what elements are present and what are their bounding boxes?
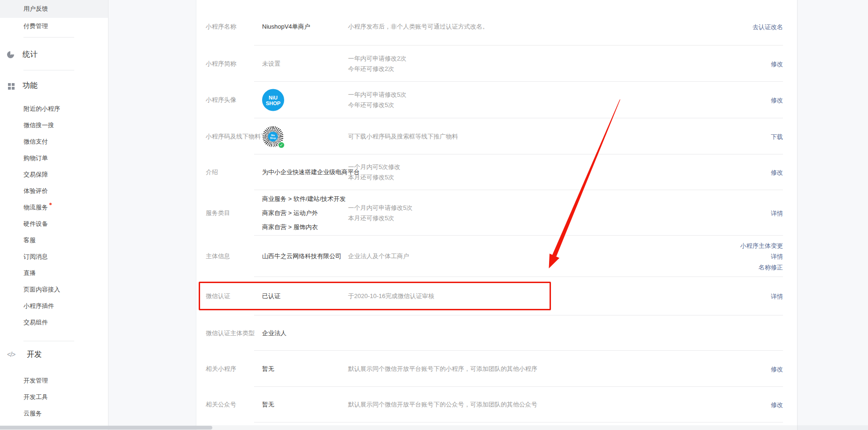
sidebar-section-label: 开发 [27,350,42,360]
avatar-text: NiU [269,94,278,100]
horizontal-scrollbar-thumb[interactable] [0,426,212,430]
settings-row-name: 小程序名称 NiushopV4单商户 小程序发布后，非个人类账号可通过认证方式改… [196,0,797,46]
modify-link[interactable]: 修改 [771,97,783,104]
sidebar-item-shopping-orders[interactable]: 购物订单 [0,150,108,166]
desc-line: 一个月内可5次修改 [348,162,400,172]
modify-link[interactable]: 修改 [771,401,783,408]
desc-line: 今年还可修改5次 [348,100,406,110]
sidebar-item-wechat-pay[interactable]: 微信支付 [0,133,108,150]
row-label: 主体信息 [206,252,230,261]
row-value: NiushopV4单商户 [262,23,310,31]
row-description: 默认展示同个微信开放平台账号下的小程序，可添加团队的其他小程序 [348,364,537,374]
notification-dot-icon [49,203,52,205]
row-value: 为中小企业快速搭建企业级电商平台 [262,168,360,177]
row-value: 商业服务 > 软件/建站/技术开发 商家自营 > 运动户外 商家自营 > 服饰内… [262,192,346,234]
row-description: 默认展示同个微信开放平台账号下的公众号，可添加团队的其他公众号 [348,399,537,410]
grid-icon [8,83,11,86]
sidebar-item-nearby-miniprogram[interactable]: 附近的小程序 [0,100,108,117]
avatar-text: SHOP [266,100,280,106]
settings-row-short-name: 小程序简称 未设置 一年内可申请修改2次 今年还可修改2次 修改 [196,46,797,82]
sidebar-item-miniprogram-plugin[interactable]: 小程序插件 [0,298,108,314]
row-label: 微信认证主体类型 [206,329,255,338]
row-description: 一年内可申请修改5次 今年还可修改5次 [348,90,406,110]
row-value: 山西牛之云网络科技有限公司 [262,252,341,261]
settings-row-qrcode: 小程序码及线下物料下载 Niu Shop ✓ 可下载小程序码及搜索框等线下推广物… [196,118,797,154]
code-icon: </> [7,351,18,358]
sidebar-item-subscribe-message[interactable]: 订阅消息 [0,248,108,265]
row-value: 暂无 [262,400,274,409]
miniprogram-code-image: Niu Shop ✓ [262,126,284,147]
sidebar-item-live[interactable]: 直播 [0,265,108,281]
row-label: 相关小程序 [206,365,236,373]
settings-row-wechat-verify: 微信认证 已认证 于2020-10-16完成微信认证审核 详情 [196,277,797,315]
desc-line: 默认展示同个微信开放平台账号下的小程序，可添加团队的其他小程序 [348,364,537,374]
sidebar-feature-list: 附近的小程序 微信搜一搜 微信支付 购物订单 交易保障 体验评价 物流服务 硬件… [0,100,108,330]
sidebar-item-trade-guarantee[interactable]: 交易保障 [0,166,108,183]
sidebar-item-dev-tools[interactable]: 开发工具 [0,389,108,405]
row-description: 一个月内可5次修改 本月还可修改5次 [348,162,400,183]
row-description: 企业法人及个体工商户 [348,251,409,261]
detail-link[interactable]: 详情 [771,293,783,300]
sidebar-item-paid-management[interactable]: 付费管理 [0,18,108,34]
miniprogram-avatar: NiU SHOP [262,89,284,111]
sidebar-item-trade-component[interactable]: 交易组件 [0,314,108,330]
sidebar-item-cloud-service[interactable]: 云服务 [0,405,108,422]
settings-row-verify-subject-type: 微信认证主体类型 企业法人 [196,315,797,351]
settings-row-service-category: 服务类目 商业服务 > 软件/建站/技术开发 商家自营 > 运动户外 商家自营 … [196,190,797,236]
modify-link[interactable]: 修改 [771,60,783,67]
sidebar-item-user-feedback[interactable]: 用户反馈 [0,0,108,18]
rename-by-verify-link[interactable]: 去认证改名 [752,23,783,30]
detail-link[interactable]: 详情 [771,209,783,216]
modify-link[interactable]: 修改 [771,169,783,176]
row-label: 小程序简称 [206,60,236,68]
modify-link[interactable]: 修改 [771,365,783,372]
sidebar-item-page-content-access[interactable]: 页面内容接入 [0,281,108,298]
settings-row-related-miniprograms: 相关小程序 暂无 默认展示同个微信开放平台账号下的小程序，可添加团队的其他小程序… [196,351,797,387]
settings-row-subject-info: 主体信息 山西牛之云网络科技有限公司 企业法人及个体工商户 小程序主体变更 详情… [196,236,797,277]
desc-line: 于2020-10-16完成微信认证审核 [348,291,434,301]
row-label: 相关公众号 [206,400,236,409]
desc-line: 企业法人及个体工商户 [348,251,409,261]
row-description: 可下载小程序码及搜索框等线下推广物料 [348,131,458,142]
sidebar-section-development[interactable]: </> 开发 [0,345,108,364]
sidebar-section-label: 功能 [23,81,38,91]
sidebar-section-statistics[interactable]: 统计 [0,45,108,64]
sidebar-divider [23,70,74,70]
sidebar-section-features[interactable]: 功能 [0,76,108,95]
subject-change-link[interactable]: 小程序主体变更 [740,242,783,249]
sidebar-divider [23,37,74,38]
name-correction-link[interactable]: 名称修正 [759,264,783,271]
download-link[interactable]: 下载 [771,133,783,140]
detail-link[interactable]: 详情 [771,253,783,260]
sidebar: 用户反馈 付费管理 统计 功能 附近的小程序 微信搜一搜 微信支付 购物订单 交… [0,0,108,430]
desc-line: 默认展示同个微信开放平台账号下的公众号，可添加团队的其他公众号 [348,399,537,410]
row-label: 小程序头像 [206,96,236,104]
qr-center-logo: Niu Shop [268,131,278,141]
row-value: 暂无 [262,365,274,373]
desc-line: 本月还可修改5次 [348,172,400,183]
sidebar-divider [23,341,74,341]
desc-line: 可下载小程序码及搜索框等线下推广物料 [348,131,458,142]
sidebar-item-experience-review[interactable]: 体验评价 [0,183,108,199]
row-value: 已认证 [262,292,280,300]
desc-line: 一个月内可申请修改5次 [348,203,412,213]
sidebar-item-customer-service[interactable]: 客服 [0,232,108,248]
verified-check-icon: ✓ [278,142,285,148]
sidebar-section-label: 统计 [23,50,38,60]
sidebar-item-dev-management[interactable]: 开发管理 [0,372,108,389]
desc-line: 一年内可申请修改2次 [348,54,406,64]
pie-chart-icon [7,51,14,58]
row-value: 企业法人 [262,329,287,338]
sidebar-dev-list: 开发管理 开发工具 云服务 [0,372,108,422]
sidebar-item-wechat-search[interactable]: 微信搜一搜 [0,117,108,133]
sidebar-item-hardware-devices[interactable]: 硬件设备 [0,215,108,232]
settings-row-avatar: 小程序头像 NiU SHOP 一年内可申请修改5次 今年还可修改5次 修改 [196,82,797,118]
value-line: 商业服务 > 软件/建站/技术开发 [262,192,346,206]
desc-line: 一年内可申请修改5次 [348,90,406,100]
row-label: 介绍 [206,168,218,177]
row-description: 一年内可申请修改2次 今年还可修改2次 [348,54,406,74]
sidebar-item-logistics-service[interactable]: 物流服务 [0,199,108,215]
row-label: 微信认证 [206,292,230,300]
sidebar-item-label: 物流服务 [23,204,48,211]
desc-line: 今年还可修改2次 [348,64,406,74]
